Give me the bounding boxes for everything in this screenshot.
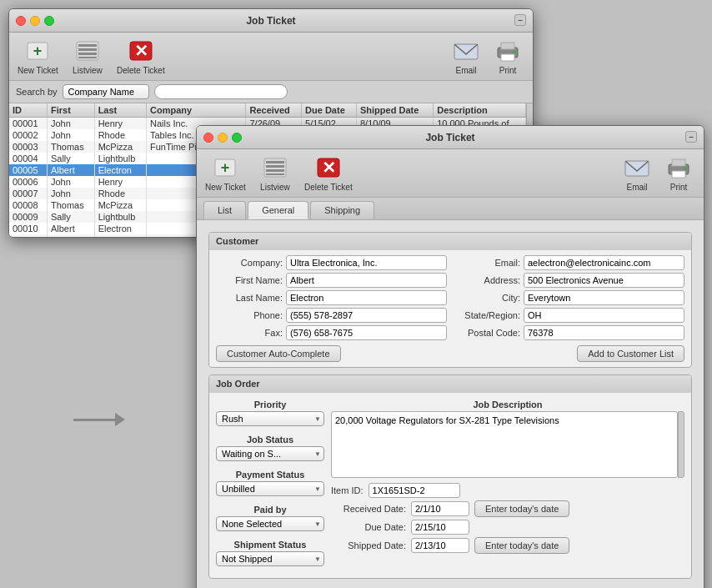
cell-first: John [47,188,94,199]
firstname-row: First Name: [216,273,447,288]
due-date-input[interactable] [411,520,469,535]
cell-first: Sally [47,211,94,223]
print-label-2: Print [670,183,688,192]
email-icon-1 [451,38,481,64]
job-desc-sublabel: Job Description [331,400,684,410]
payment-status-sublabel: Payment Status [216,470,324,480]
maximize-button-2[interactable] [232,133,242,143]
tab-bar: List General Shipping [197,198,704,220]
tab-shipping[interactable]: Shipping [310,201,374,219]
email-button-2[interactable]: Email [620,154,654,192]
received-date-input[interactable] [411,501,469,516]
new-ticket-button-2[interactable]: + New Ticket [205,154,246,192]
auto-complete-button[interactable]: Customer Auto-Complete [216,345,341,362]
shipment-status-select-wrap: Not Shipped Shipped Delivered [216,551,324,566]
phone-input[interactable] [286,308,447,323]
new-ticket-label-2: New Ticket [205,183,246,192]
item-id-label: Item ID: [331,485,364,495]
email-button-1[interactable]: Email [449,38,483,75]
cell-first: John [47,118,94,130]
company-row: Company: [216,255,447,270]
svg-text:✕: ✕ [133,42,148,60]
add-to-list-button[interactable]: Add to Customer List [577,345,684,362]
city-input[interactable] [524,290,684,305]
col-due: Due Date [302,103,357,118]
city-label: City: [454,293,520,303]
cell-id: 00011 [9,234,47,237]
svg-text:+: + [221,159,230,176]
print-icon-2 [664,154,694,181]
shipped-today-button[interactable]: Enter today's date [474,537,569,554]
state-input[interactable] [524,308,684,323]
firstname-label: First Name: [216,275,283,285]
col-first: First [47,103,94,118]
minimize-button-2[interactable] [218,133,228,143]
job-status-select[interactable]: Waiting on S... In Progress Complete [216,446,324,461]
delete-ticket-button-1[interactable]: ✕ Delete Ticket [117,38,165,75]
tab-general[interactable]: General [248,201,308,219]
firstname-input[interactable] [286,273,447,288]
shipped-date-label: Shipped Date: [331,540,406,550]
priority-select[interactable]: Rush Normal Low [216,411,324,426]
col-shipped: Shipped Date [357,103,434,118]
shipped-date-input[interactable] [411,538,469,553]
fax-input[interactable] [286,325,447,340]
textarea-scrollbar[interactable] [678,411,684,478]
company-input[interactable] [286,255,447,270]
col-received: Received [246,103,302,118]
item-id-input[interactable] [369,483,460,498]
close-button-2[interactable] [203,133,213,143]
new-ticket-button-1[interactable]: + New Ticket [18,38,58,75]
priority-label: Priority [216,400,324,410]
delete-ticket-icon-1: ✕ [126,38,156,64]
print-button-1[interactable]: Print [491,38,524,75]
collapse-button-1[interactable]: – [514,14,526,26]
toolbar-right-1: Email Print [449,38,524,75]
customer-form: Company: Email: First Name: Address: [209,250,691,367]
shipment-status-select[interactable]: Not Shipped Shipped Delivered [216,551,324,566]
email-input[interactable] [524,255,684,270]
listview-icon-2 [260,154,290,181]
received-today-button[interactable]: Enter today's date [474,500,569,517]
postal-row: Postal Code: [454,325,684,340]
email-label-1: Email [455,66,476,75]
paid-by-select[interactable]: None Selected Cash Credit Card [216,516,324,531]
payment-status-select[interactable]: Unbilled Invoiced Paid [216,481,324,496]
delete-ticket-button-2[interactable]: ✕ Delete Ticket [304,154,353,192]
fax-row: Fax: [216,325,447,340]
listview-label-2: Listview [260,183,290,192]
tab-list[interactable]: List [203,201,246,219]
cell-id: 00008 [9,199,47,211]
search-select[interactable]: Company Name First Name Last Name [63,84,149,99]
lastname-input[interactable] [286,290,447,305]
job-left-panel: Priority Rush Normal Low Job Status Wait… [216,400,324,571]
postal-label: Postal Code: [454,328,520,338]
job-desc-textarea[interactable]: 20,000 Voltage Regulators for SX-281 Typ… [331,411,678,478]
svg-rect-25 [672,159,685,166]
fax-label: Fax: [216,328,283,338]
cell-id: 00007 [9,188,47,199]
received-date-label: Received Date: [331,504,406,514]
print-label-1: Print [499,66,517,75]
cell-last: Electron [94,164,146,176]
postal-input[interactable] [524,325,684,340]
delete-ticket-icon-2: ✕ [313,154,343,181]
traffic-lights-1[interactable] [16,16,54,26]
listview-button-2[interactable]: Listview [258,154,292,192]
cell-last: Lightbulb [94,153,146,164]
svg-rect-6 [78,57,97,58]
minimize-button-1[interactable] [30,16,40,26]
listview-button-1[interactable]: Listview [71,38,104,75]
cell-first: Thomas [47,141,94,153]
print-button-2[interactable]: Print [662,154,695,192]
collapse-button-2[interactable]: – [685,131,697,143]
cell-last: Rhode [94,129,146,141]
traffic-lights-2[interactable] [203,133,242,143]
state-row: State/Region: [454,308,684,323]
maximize-button-1[interactable] [44,16,54,26]
window-title-2: Job Ticket [425,132,474,143]
search-input[interactable] [154,84,288,99]
close-button-1[interactable] [16,16,26,26]
delete-ticket-label-1: Delete Ticket [117,66,165,75]
address-input[interactable] [524,273,684,288]
